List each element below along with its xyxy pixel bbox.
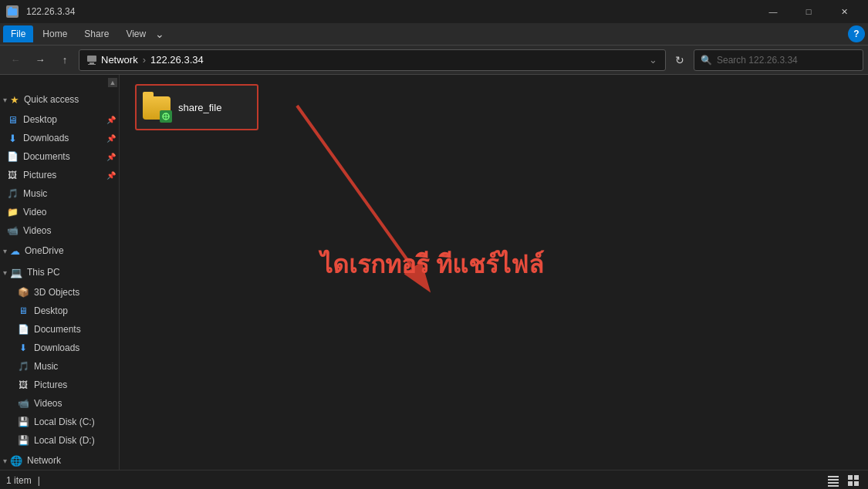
folder-item-name: share_file xyxy=(178,102,221,113)
pictures-icon: 🖼 xyxy=(6,169,19,181)
documents-pc-icon: 📄 xyxy=(17,323,29,336)
sidebar-label-localc: Local Disk (C:) xyxy=(34,416,95,427)
pin-icon-documents: 📌 xyxy=(106,153,116,161)
status-separator: | xyxy=(38,475,40,486)
annotation-text: ไดเรกทอรี ทีแชร์ไฟล์ xyxy=(320,244,544,284)
video-folder-icon: 📁 xyxy=(6,206,19,218)
sidebar-item-downloads-quick[interactable]: ⬇ Downloads 📌 xyxy=(0,129,119,147)
svg-rect-11 xyxy=(828,479,839,481)
thispc-label: This PC xyxy=(27,267,60,278)
close-button[interactable]: ✕ xyxy=(826,0,862,23)
thispc-icon: 💻 xyxy=(10,267,22,278)
sidebar-network-header[interactable]: ▾ 🌐 Network xyxy=(0,450,119,470)
search-box[interactable]: 🔍 Search 122.26.3.34 xyxy=(694,49,863,71)
path-sep-1: › xyxy=(143,54,146,66)
sidebar-label-documents-pc: Documents xyxy=(34,324,81,335)
help-button[interactable]: ? xyxy=(848,25,865,42)
onedrive-chevron: ▾ xyxy=(3,247,7,255)
localc-icon: 💾 xyxy=(17,416,29,428)
title-bar-title: 122.26.3.34 xyxy=(26,6,75,17)
address-path[interactable]: Network › 122.26.3.34 ⌄ xyxy=(79,49,666,71)
sidebar-item-3dobjects[interactable]: 📦 3D Objects xyxy=(0,283,119,302)
svg-rect-0 xyxy=(8,8,17,15)
folder-item-share-file[interactable]: share_file xyxy=(135,84,258,130)
sidebar-item-desktop-quick[interactable]: 🖥 Desktop 📌 xyxy=(0,110,119,129)
sidebar-label-videos-pc: Videos xyxy=(34,398,62,409)
folder-icon xyxy=(141,92,172,123)
sidebar-item-documents-pc[interactable]: 📄 Documents xyxy=(0,320,119,339)
maximize-button[interactable]: □ xyxy=(791,0,826,23)
view-large-icons-button[interactable] xyxy=(845,472,862,489)
3dobjects-icon: 📦 xyxy=(17,286,29,298)
locald-icon: 💾 xyxy=(17,434,29,447)
music-icon: 🎵 xyxy=(6,187,19,200)
title-bar: 122.26.3.34 — □ ✕ xyxy=(0,0,868,23)
sidebar-item-pictures-pc[interactable]: 🖼 Pictures xyxy=(0,376,119,394)
pin-icon-desktop: 📌 xyxy=(106,116,116,124)
main-layout: ▲ ▾ ★ Quick access 🖥 Desktop 📌 ⬇ Downloa… xyxy=(0,75,868,470)
view-details-button[interactable] xyxy=(825,472,842,489)
downloads-icon: ⬇ xyxy=(6,132,19,144)
desktop-pc-icon: 🖥 xyxy=(17,305,29,317)
svg-rect-16 xyxy=(848,481,853,486)
up-button[interactable]: ↑ xyxy=(54,49,76,71)
sidebar-label-downloads-quick: Downloads xyxy=(23,133,69,143)
ribbon: File Home Share View ⌄ ? xyxy=(0,23,868,46)
videos-icon: 📹 xyxy=(6,224,19,237)
pictures-pc-icon: 🖼 xyxy=(17,379,29,391)
svg-rect-12 xyxy=(828,482,839,484)
path-computer-icon xyxy=(86,54,98,66)
ribbon-tabs: File Home Share View ⌄ ? xyxy=(0,23,868,45)
path-dropdown-arrow: ⌄ xyxy=(649,54,657,66)
network-label: Network xyxy=(27,455,61,466)
sidebar-item-video-quick[interactable]: 📁 Video xyxy=(0,203,119,221)
svg-rect-13 xyxy=(828,485,839,487)
sidebar-item-documents-quick[interactable]: 📄 Documents 📌 xyxy=(0,147,119,166)
sidebar-item-locald[interactable]: 💾 Local Disk (D:) xyxy=(0,431,119,450)
onedrive-label: OneDrive xyxy=(25,245,64,256)
refresh-button[interactable]: ↻ xyxy=(669,49,691,71)
tab-view[interactable]: View xyxy=(118,25,154,42)
sidebar-item-music-pc[interactable]: 🎵 Music xyxy=(0,357,119,376)
tab-file[interactable]: File xyxy=(3,25,33,42)
sidebar-item-videos-pc[interactable]: 📹 Videos xyxy=(0,394,119,413)
sidebar-item-music-quick[interactable]: 🎵 Music xyxy=(0,184,119,203)
svg-rect-3 xyxy=(90,62,94,64)
status-bar: 1 item | xyxy=(0,470,868,489)
path-address: 122.26.3.34 xyxy=(150,54,204,66)
sidebar-label-pictures-pc: Pictures xyxy=(34,379,67,390)
sidebar-thispc-header[interactable]: ▾ 💻 This PC xyxy=(0,261,119,283)
quick-access-icon: ★ xyxy=(10,94,19,106)
documents-icon: 📄 xyxy=(6,150,19,163)
sidebar-label-desktop-pc: Desktop xyxy=(34,305,68,316)
scroll-controls: ▲ xyxy=(0,78,119,87)
sidebar-label-documents-quick: Documents xyxy=(23,151,70,162)
status-item-count: 1 item xyxy=(6,475,32,486)
forward-button[interactable]: → xyxy=(29,49,51,71)
music-pc-icon: 🎵 xyxy=(17,360,29,373)
sidebar-item-pictures-quick[interactable]: 🖼 Pictures 📌 xyxy=(0,166,119,184)
svg-rect-14 xyxy=(848,475,853,480)
ribbon-expand-icon[interactable]: ⌄ xyxy=(155,28,164,40)
status-bar-right xyxy=(825,472,862,489)
minimize-button[interactable]: — xyxy=(755,0,791,23)
sidebar-label-pictures-quick: Pictures xyxy=(23,170,56,180)
tab-home[interactable]: Home xyxy=(35,25,75,42)
back-button[interactable]: ← xyxy=(5,49,26,71)
sidebar-quick-access-header[interactable]: ▾ ★ Quick access xyxy=(0,89,119,110)
search-icon: 🔍 xyxy=(701,55,712,66)
annotation-arrow xyxy=(212,98,459,337)
sidebar-label-downloads-pc: Downloads xyxy=(34,342,79,353)
sidebar-item-localc[interactable]: 💾 Local Disk (C:) xyxy=(0,413,119,431)
sidebar-item-videos-quick[interactable]: 📹 Videos xyxy=(0,221,119,240)
sidebar-label-music-quick: Music xyxy=(23,188,47,199)
search-placeholder: Search 122.26.3.34 xyxy=(717,55,798,66)
sidebar-onedrive-header[interactable]: ▾ ☁ OneDrive xyxy=(0,240,119,261)
sidebar-item-downloads-pc[interactable]: ⬇ Downloads xyxy=(0,339,119,357)
sidebar-item-desktop-pc[interactable]: 🖥 Desktop xyxy=(0,302,119,320)
quick-access-label: Quick access xyxy=(24,94,79,105)
svg-rect-1 xyxy=(9,7,12,9)
share-badge-icon xyxy=(160,110,172,123)
scroll-up-button[interactable]: ▲ xyxy=(108,78,117,87)
tab-share[interactable]: Share xyxy=(76,25,117,42)
